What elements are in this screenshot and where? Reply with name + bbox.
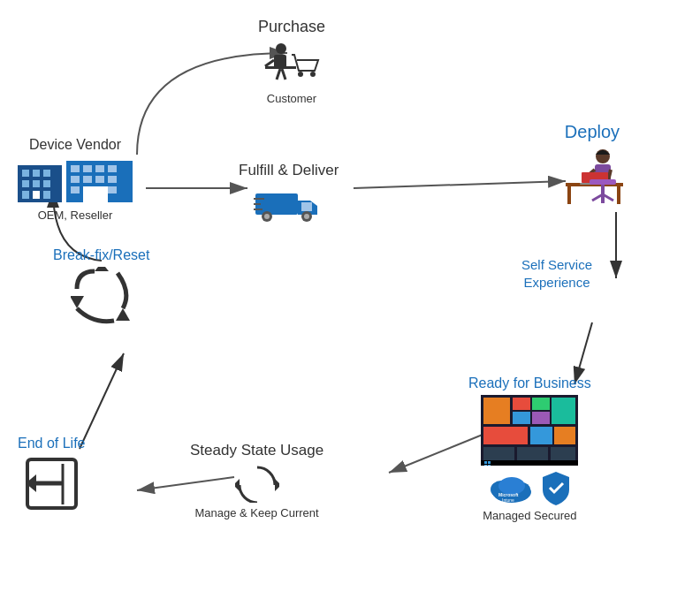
svg-point-15 xyxy=(298,72,303,77)
svg-rect-78 xyxy=(488,465,491,466)
purchase-label: Purchase xyxy=(258,18,325,36)
managed-icons: Microsoft Intune xyxy=(488,470,572,505)
svg-rect-74 xyxy=(481,460,578,466)
purchase-sublabel: Customer xyxy=(267,92,316,105)
deploy-label: Deploy xyxy=(565,122,620,142)
ready-for-business-icon xyxy=(481,395,578,466)
svg-rect-64 xyxy=(513,412,530,424)
end-of-life-label: End of Life xyxy=(18,436,86,451)
device-vendor-label: Device Vendor xyxy=(29,137,121,153)
svg-marker-85 xyxy=(275,479,279,491)
svg-rect-24 xyxy=(22,191,29,199)
svg-rect-77 xyxy=(484,465,487,466)
svg-rect-54 xyxy=(617,186,620,204)
purchase-icon xyxy=(256,40,327,88)
svg-rect-33 xyxy=(83,176,92,183)
svg-rect-39 xyxy=(255,193,298,215)
steady-state-sublabel: Manage & Keep Current xyxy=(195,506,319,519)
svg-rect-40 xyxy=(301,202,312,211)
svg-rect-53 xyxy=(567,186,571,204)
ready-for-business-label: Ready for Business xyxy=(468,375,591,391)
svg-rect-70 xyxy=(554,427,575,444)
steady-state-icon xyxy=(235,463,279,503)
svg-line-13 xyxy=(265,60,274,66)
svg-rect-18 xyxy=(22,170,29,177)
break-fix-node: Break-fix/Reset xyxy=(53,247,149,324)
svg-line-3 xyxy=(354,181,566,188)
fulfill-node: Fulfill & Deliver xyxy=(239,162,339,223)
svg-rect-60 xyxy=(590,179,616,185)
svg-rect-23 xyxy=(43,180,50,187)
svg-rect-25 xyxy=(43,191,50,199)
svg-rect-68 xyxy=(483,427,528,444)
svg-rect-31 xyxy=(108,165,117,172)
device-vendor-sublabel: OEM, Reseller xyxy=(38,209,113,222)
svg-rect-34 xyxy=(95,176,104,183)
svg-line-11 xyxy=(277,69,280,80)
device-vendor-node: Device Vendor xyxy=(13,137,137,222)
svg-rect-32 xyxy=(71,176,80,183)
purchase-node: Purchase Customer xyxy=(256,18,327,105)
svg-point-16 xyxy=(310,72,316,77)
deploy-node: Deploy xyxy=(557,122,628,212)
svg-rect-19 xyxy=(33,170,40,177)
steady-state-node: Steady State Usage Manage & Keep Current xyxy=(190,442,323,519)
svg-rect-22 xyxy=(33,180,40,187)
svg-text:Intune: Intune xyxy=(502,497,514,503)
end-of-life-icon xyxy=(23,455,80,512)
svg-rect-36 xyxy=(71,186,80,193)
svg-marker-86 xyxy=(235,479,240,491)
svg-rect-38 xyxy=(83,186,108,202)
ready-for-business-node: Ready for Business xyxy=(468,375,591,522)
svg-rect-26 xyxy=(33,191,40,199)
deploy-icon xyxy=(557,146,628,212)
self-service-label: Self ServiceExperience xyxy=(521,256,592,291)
svg-rect-76 xyxy=(488,461,491,464)
svg-point-42 xyxy=(264,214,270,219)
svg-line-12 xyxy=(282,69,285,80)
fulfill-icon xyxy=(254,183,324,223)
svg-rect-67 xyxy=(552,398,575,424)
break-fix-label: Break-fix/Reset xyxy=(53,247,149,263)
svg-point-44 xyxy=(304,214,309,219)
svg-rect-69 xyxy=(530,427,552,444)
svg-rect-21 xyxy=(22,180,29,187)
svg-rect-66 xyxy=(532,412,550,424)
svg-rect-75 xyxy=(484,461,487,464)
svg-rect-65 xyxy=(532,398,550,410)
svg-rect-63 xyxy=(513,398,530,410)
svg-line-8 xyxy=(80,353,124,449)
svg-rect-28 xyxy=(71,165,80,172)
svg-rect-30 xyxy=(95,165,104,172)
self-service-node: Self ServiceExperience xyxy=(521,256,592,294)
svg-rect-62 xyxy=(483,398,510,424)
fulfill-label: Fulfill & Deliver xyxy=(239,162,339,179)
diagram: Purchase Customer Dev xyxy=(0,0,700,599)
steady-state-label: Steady State Usage xyxy=(190,442,323,459)
end-of-life-node: End of Life xyxy=(18,436,86,512)
svg-rect-29 xyxy=(83,165,92,172)
break-fix-icon xyxy=(71,267,133,324)
svg-rect-35 xyxy=(108,176,117,183)
svg-rect-14 xyxy=(265,66,296,69)
svg-rect-20 xyxy=(43,170,50,177)
device-vendor-icon xyxy=(13,156,137,205)
svg-rect-37 xyxy=(108,186,117,193)
svg-point-9 xyxy=(276,43,286,54)
managed-secured-label: Managed Secured xyxy=(483,509,576,522)
